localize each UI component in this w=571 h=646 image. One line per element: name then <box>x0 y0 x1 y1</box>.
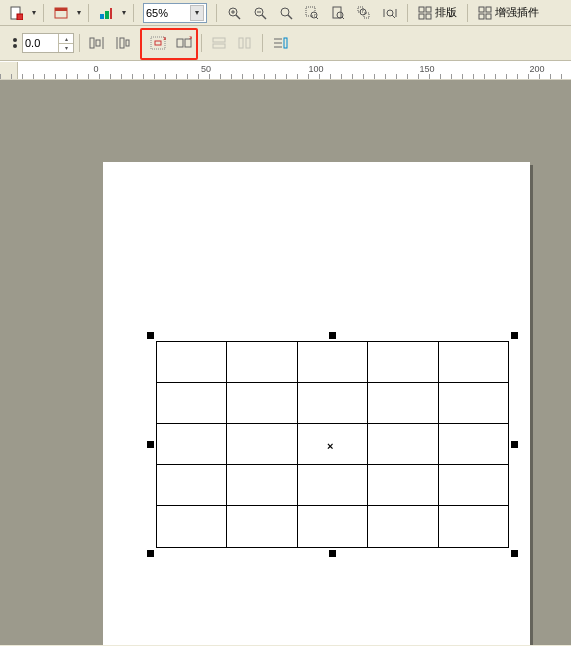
palette-button[interactable] <box>94 2 118 24</box>
table-cell[interactable] <box>439 506 508 547</box>
svg-line-28 <box>392 15 395 18</box>
separator <box>79 34 80 52</box>
sel-handle-tr[interactable] <box>511 332 518 339</box>
sel-handle-tm[interactable] <box>329 332 336 339</box>
zoom-page-button[interactable] <box>326 2 350 24</box>
svg-rect-23 <box>364 13 369 18</box>
table-cell[interactable] <box>439 424 508 465</box>
window-button[interactable] <box>49 2 73 24</box>
svg-rect-6 <box>110 8 112 19</box>
svg-rect-51 <box>213 38 225 42</box>
align-left-button[interactable] <box>85 32 109 54</box>
center-marker-icon: × <box>327 440 333 452</box>
table-cell[interactable] <box>298 342 368 383</box>
table-cell[interactable] <box>157 383 227 424</box>
svg-line-12 <box>262 15 266 19</box>
svg-point-14 <box>281 8 289 16</box>
sel-handle-bl[interactable] <box>147 550 154 557</box>
svg-line-21 <box>342 17 344 19</box>
table-cell[interactable] <box>227 424 297 465</box>
table-cell[interactable] <box>157 342 227 383</box>
separator <box>407 4 408 22</box>
table-cell[interactable] <box>298 383 368 424</box>
canvas[interactable]: × <box>0 80 571 645</box>
table-cell[interactable] <box>227 465 297 506</box>
table-cell[interactable] <box>439 465 508 506</box>
table-row <box>157 342 508 383</box>
ruler-label: 50 <box>201 64 211 74</box>
spinner[interactable]: ▴▾ <box>58 34 73 52</box>
svg-rect-53 <box>239 38 243 48</box>
enhance-plugin-button[interactable]: 增强插件 <box>473 2 544 24</box>
separator <box>467 4 468 22</box>
separator <box>88 4 89 22</box>
zoom-fit-button[interactable] <box>274 2 298 24</box>
ruler-label: 150 <box>419 64 434 74</box>
table-cell[interactable] <box>439 383 508 424</box>
sel-handle-br[interactable] <box>511 550 518 557</box>
table-cell[interactable] <box>298 465 368 506</box>
table-cell[interactable] <box>157 424 227 465</box>
svg-rect-16 <box>306 7 315 16</box>
table-cell[interactable] <box>157 506 227 547</box>
svg-line-18 <box>316 17 318 19</box>
dropdown-arrow-icon[interactable]: ▾ <box>30 8 38 17</box>
svg-rect-52 <box>213 44 225 48</box>
svg-point-37 <box>13 38 17 42</box>
ruler-label: 0 <box>93 64 98 74</box>
table-row <box>157 465 508 506</box>
sel-handle-bm[interactable] <box>329 550 336 557</box>
ruler-scale[interactable]: 050100150200 <box>18 62 571 79</box>
table-cell[interactable] <box>227 506 297 547</box>
svg-rect-1 <box>17 14 23 20</box>
separator <box>201 34 202 52</box>
svg-rect-4 <box>100 14 104 19</box>
table-cell[interactable] <box>298 506 368 547</box>
svg-text:×: × <box>163 36 166 42</box>
svg-rect-54 <box>246 38 250 48</box>
layout-button[interactable]: 排版 <box>413 2 462 24</box>
table-cell[interactable] <box>368 506 438 547</box>
sel-handle-tl[interactable] <box>147 332 154 339</box>
chevron-down-icon[interactable]: ▾ <box>190 5 204 21</box>
new-doc-button[interactable] <box>4 2 28 24</box>
sel-handle-ml[interactable] <box>147 441 154 448</box>
table-properties-button[interactable] <box>268 32 292 54</box>
zoom-selection-button[interactable] <box>300 2 324 24</box>
merge-cells-button[interactable]: × <box>146 32 170 54</box>
numeric-value: 0.0 <box>25 37 40 49</box>
ruler-horizontal: 050100150200 <box>0 61 571 80</box>
table-cell[interactable] <box>227 342 297 383</box>
table-cell[interactable] <box>368 424 438 465</box>
svg-rect-39 <box>90 38 94 48</box>
layout-label: 排版 <box>435 5 457 20</box>
table-cell[interactable] <box>368 342 438 383</box>
dropdown-arrow-icon[interactable]: ▾ <box>75 8 83 17</box>
zoom-all-button[interactable] <box>352 2 376 24</box>
distribute-cols-button <box>233 32 257 54</box>
enhance-label: 增强插件 <box>495 5 539 20</box>
table-cell[interactable] <box>227 383 297 424</box>
toolbar-table: 0.0 ▴▾ × × <box>0 26 571 61</box>
zoom-width-button[interactable] <box>378 2 402 24</box>
svg-line-15 <box>288 15 292 19</box>
indicator-icon <box>12 37 18 49</box>
svg-rect-35 <box>479 14 484 19</box>
separator <box>262 34 263 52</box>
sel-handle-mr[interactable] <box>511 441 518 448</box>
zoom-select[interactable]: 65% ▾ <box>143 3 207 23</box>
table-cell[interactable] <box>368 465 438 506</box>
align-center-button[interactable] <box>111 32 135 54</box>
table-cell[interactable] <box>439 342 508 383</box>
table-cell[interactable] <box>368 383 438 424</box>
separator <box>133 4 134 22</box>
svg-rect-31 <box>419 14 424 19</box>
zoom-in-button[interactable] <box>222 2 246 24</box>
zoom-out-button[interactable] <box>248 2 272 24</box>
split-cells-button[interactable]: × <box>172 32 196 54</box>
dropdown-arrow-icon[interactable]: ▾ <box>120 8 128 17</box>
numeric-input[interactable]: 0.0 ▴▾ <box>22 33 74 53</box>
table-cell[interactable] <box>157 465 227 506</box>
separator <box>140 34 141 52</box>
distribute-rows-button <box>207 32 231 54</box>
